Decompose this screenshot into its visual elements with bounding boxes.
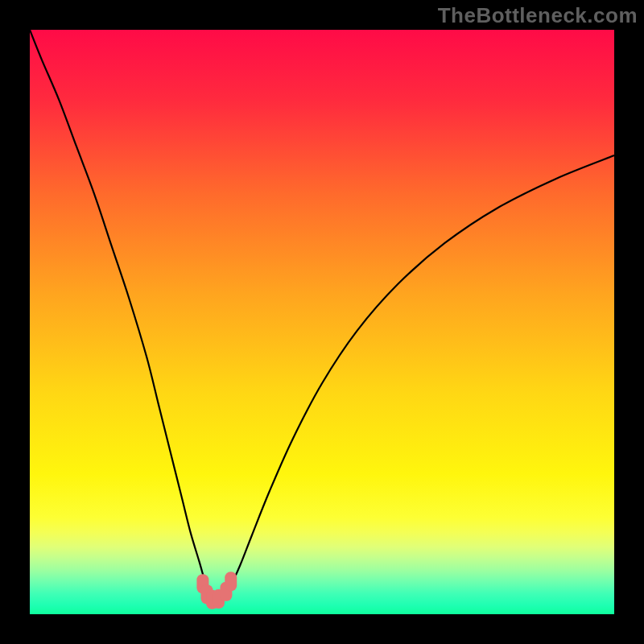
chart-frame: TheBottleneck.com [0,0,644,644]
curve-marker [225,572,237,591]
gradient-background [30,30,614,614]
plot-area [30,30,614,614]
watermark-text: TheBottleneck.com [438,3,638,28]
chart-svg [30,30,614,614]
